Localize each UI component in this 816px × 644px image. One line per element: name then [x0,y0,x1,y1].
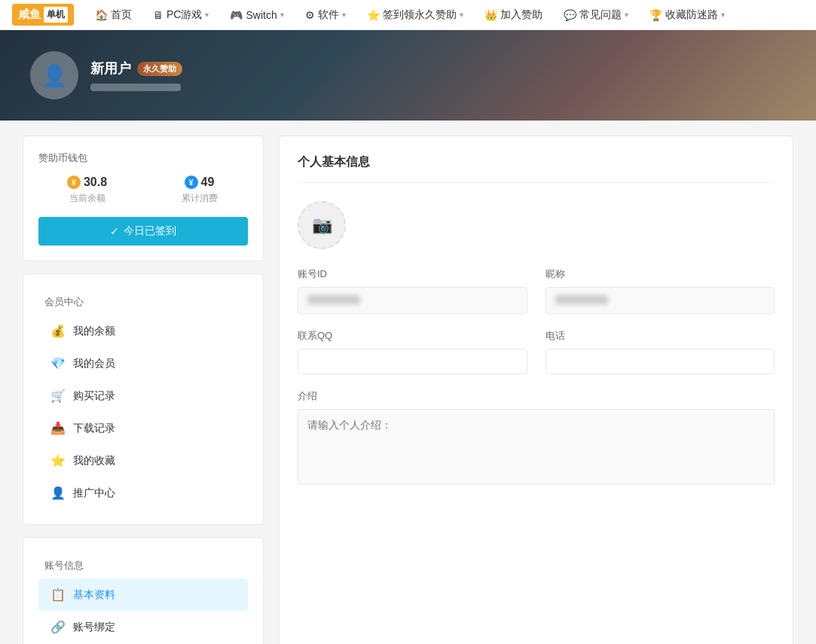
nav-home[interactable]: 🏠 首页 [86,0,141,30]
account-id-blur [307,295,360,304]
qq-phone-row: 联系QQ 电话 [298,329,775,374]
chevron-down-icon: ▾ [625,11,628,19]
nickname-blur [555,295,608,304]
nav-bookmark[interactable]: 🏆 收藏防迷路 ▾ [640,0,734,30]
user-details: 新用户 永久赞助 [90,60,182,91]
nickname-group: 昵称 [546,267,775,314]
sidebar-item-membership[interactable]: 💎 我的会员 [38,347,248,380]
nav-software[interactable]: ⚙ 软件 ▾ [296,0,355,30]
account-id-group: 账号ID [298,267,527,314]
intro-textarea[interactable] [298,409,775,484]
account-info-card: 账号信息 📋 基本资料 🔗 账号绑定 🔒 密码设置 [23,537,264,644]
balance-label: 当前余额 [38,192,136,205]
sidebar-item-favorites[interactable]: ⭐ 我的收藏 [38,444,248,477]
switch-icon: 🎮 [230,9,243,21]
wallet-icon: 💰 [50,324,66,338]
chevron-down-icon: ▾ [342,11,346,19]
profile-icon: 📋 [50,588,66,602]
phone-label: 电话 [546,329,775,343]
user-circle-icon: 👤 [41,63,68,88]
member-center-title: 会员中心 [38,289,248,315]
qq-group: 联系QQ [298,329,527,374]
cart-icon: 🛒 [50,389,66,403]
nav-faq[interactable]: 💬 常见问题 ▾ [555,0,637,30]
link-icon: 🔗 [50,620,66,634]
star-menu-icon: ⭐ [50,453,66,468]
chevron-down-icon: ▾ [280,11,284,19]
qq-input[interactable] [298,349,527,374]
nav-pc-games[interactable]: 🖥 PC游戏 ▾ [144,0,218,30]
nickname-label: 昵称 [546,267,775,281]
sidebar-item-downloads[interactable]: 📥 下载记录 [38,412,248,444]
sidebar: 赞助币钱包 ¥ 30.8 当前余额 ¥ 49 累计消费 [23,136,264,644]
trophy-icon: 🏆 [649,9,662,21]
balance-amount: ¥ 30.8 [38,175,136,189]
consumed-label: 累计消费 [151,192,248,205]
checkin-button[interactable]: ✓ 今日已签到 [38,217,248,246]
id-nickname-row: 账号ID 昵称 [298,267,775,314]
member-center-card: 会员中心 💰 我的余额 💎 我的会员 🛒 购买记录 📥 下载记录 ⭐ 我的收藏 [23,273,264,525]
nickname-input[interactable] [546,287,775,314]
logo-sub: 单机 [44,7,68,23]
nav-switch[interactable]: 🎮 Switch ▾ [221,0,292,30]
logo-text: 咸鱼 [18,8,41,22]
sidebar-item-basic-profile[interactable]: 📋 基本资料 [38,578,248,611]
chevron-down-icon: ▾ [460,11,463,19]
main-content: 个人基本信息 📷 账号ID 昵称 联系QQ [279,136,793,644]
chevron-down-icon: ▾ [205,11,209,19]
camera-icon: 📷 [312,215,332,235]
coin-orange-icon: ¥ [67,175,81,189]
sidebar-item-balance[interactable]: 💰 我的余额 [38,315,248,347]
intro-group: 介绍 [298,389,775,487]
content-title: 个人基本信息 [298,154,775,183]
navbar: 咸鱼 单机 🏠 首页 🖥 PC游戏 ▾ 🎮 Switch ▾ ⚙ 软件 ▾ ⭐ … [0,0,816,30]
download-icon: 📥 [50,421,66,435]
sidebar-item-account-binding[interactable]: 🔗 账号绑定 [38,611,248,643]
logo[interactable]: 咸鱼 单机 [12,4,74,26]
person-icon: 👤 [50,486,66,500]
wallet-title: 赞助币钱包 [38,151,248,165]
nav-sponsor[interactable]: 👑 加入赞助 [475,0,552,30]
phone-input[interactable] [546,349,775,374]
phone-group: 电话 [546,329,775,374]
account-info-title: 账号信息 [38,553,248,578]
diamond-icon: 💎 [50,356,66,371]
star-icon: ⭐ [367,9,380,21]
profile-banner: 👤 新用户 永久赞助 [0,30,816,121]
wallet-card: 赞助币钱包 ¥ 30.8 当前余额 ¥ 49 累计消费 [23,136,264,261]
home-icon: 🏠 [95,9,108,21]
coin-blue-icon: ¥ [185,175,198,189]
crown-icon: 👑 [484,9,497,21]
total-consumed: ¥ 49 累计消费 [151,175,248,205]
software-icon: ⚙ [305,9,315,21]
avatar-upload-button[interactable]: 📷 [298,201,346,249]
account-id-input[interactable] [298,287,527,314]
sidebar-item-purchase[interactable]: 🛒 购买记录 [38,380,248,412]
user-info-blur [90,84,181,91]
wallet-row: ¥ 30.8 当前余额 ¥ 49 累计消费 [38,175,248,205]
vip-badge: 永久赞助 [137,62,182,76]
nav-checkin[interactable]: ⭐ 签到领永久赞助 ▾ [358,0,472,30]
banner-user-info: 👤 新用户 永久赞助 [30,51,182,99]
pc-icon: 🖥 [153,9,164,21]
sidebar-item-promo[interactable]: 👤 推广中心 [38,477,248,509]
account-id-label: 账号ID [298,267,527,281]
current-balance: ¥ 30.8 当前余额 [38,175,136,205]
avatar: 👤 [30,51,78,99]
consumed-amount: ¥ 49 [151,175,248,189]
chevron-down-icon: ▾ [721,11,725,19]
qq-label: 联系QQ [298,329,527,343]
username-display: 新用户 永久赞助 [90,60,182,78]
intro-label: 介绍 [298,389,775,403]
main-container: 赞助币钱包 ¥ 30.8 当前余额 ¥ 49 累计消费 [0,121,816,644]
check-icon: ✓ [110,225,119,237]
chat-icon: 💬 [564,9,576,21]
